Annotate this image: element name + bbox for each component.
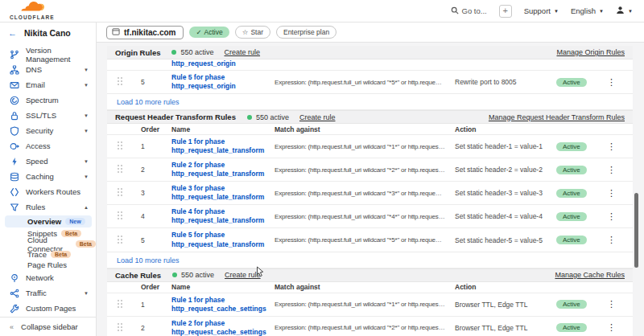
kebab-menu-icon[interactable]: ⋮ — [598, 299, 625, 309]
rule-name-link[interactable]: Rule 1 for phasehttp_request_late_transf… — [171, 137, 275, 155]
sidebar-item-speed[interactable]: Speed ▼ — [0, 154, 96, 169]
manage-origin-rules-link[interactable]: Manage Origin Rules — [556, 48, 625, 56]
sidebar-item-custom-pages[interactable]: Custom Pages — [0, 301, 96, 316]
zone-selector[interactable]: tf.nikitac.com — [106, 26, 184, 39]
rule-action: Set static header-1 = value-1 — [455, 142, 556, 150]
chevron-down-icon: ▼ — [628, 9, 633, 14]
rule-expression: Expression: (http.request.full_uri wildc… — [275, 166, 455, 174]
kebab-menu-icon[interactable]: ⋮ — [598, 322, 625, 333]
account-name: Nikita Cano — [24, 28, 71, 38]
funnel-icon — [10, 203, 19, 212]
sidebar-item-overview[interactable]: Overview New — [5, 215, 92, 227]
cloudflare-logo[interactable]: CLOUDFLARE — [10, 2, 55, 21]
drag-handle[interactable] — [117, 235, 141, 246]
back-arrow-icon[interactable]: ← — [8, 28, 17, 38]
rule-name-link[interactable]: http_request_origin — [171, 59, 275, 68]
collapse-sidebar-button[interactable]: « Collapse sidebar — [0, 317, 96, 336]
status-badge: Active — [556, 236, 587, 244]
column-order: Order — [141, 283, 171, 291]
sidebar-item-page-rules[interactable]: Page Rules — [0, 260, 96, 270]
kebab-menu-icon[interactable]: ⋮ — [598, 211, 625, 222]
kebab-menu-icon[interactable]: ⋮ — [598, 235, 625, 245]
rule-name-link[interactable]: Rule 5 for phasehttp_request_late_transf… — [171, 231, 275, 248]
chevron-down-icon: ▼ — [84, 174, 89, 179]
rule-name-link[interactable]: Rule 4 for phasehttp_request_late_transf… — [171, 207, 275, 225]
rule-name-link[interactable]: Rule 5 for phase http_request_origin — [171, 73, 275, 91]
create-rule-link[interactable]: Create rule — [299, 113, 336, 121]
table-row: 2 Rule 2 for phasehttp_request_cache_set… — [107, 317, 633, 336]
origin-rules-header: Origin Rules 550 active Create rule Mana… — [107, 46, 633, 59]
chevron-down-icon: ▼ — [84, 129, 89, 133]
star-button[interactable]: ☆ Star — [235, 26, 270, 39]
rule-action: Browser TTL, Edge TTL — [455, 324, 556, 332]
chevron-down-icon: ▼ — [84, 291, 89, 296]
goto-label: Go to... — [462, 6, 487, 15]
drag-handle[interactable] — [117, 322, 141, 334]
sidebar-item-dns[interactable]: DNS ▼ — [0, 62, 96, 77]
sidebar-item-spectrum[interactable]: Spectrum — [0, 92, 96, 108]
sidebar-item-access[interactable]: Access — [0, 138, 96, 154]
sidebar-item-caching[interactable]: Caching ▼ — [0, 169, 96, 184]
language-menu[interactable]: English ▼ — [571, 6, 604, 15]
support-menu[interactable]: Support ▼ — [524, 6, 559, 15]
drag-handle[interactable] — [117, 76, 141, 88]
vertical-scrollbar-thumb[interactable] — [634, 193, 638, 268]
drag-handle[interactable] — [117, 187, 141, 199]
chevron-down-icon: ▼ — [84, 159, 89, 164]
user-icon — [616, 6, 625, 16]
rule-name-link[interactable]: Rule 2 for phasehttp_request_cache_setti… — [171, 319, 275, 336]
rule-expression: Expression: (http.request.full_uri wildc… — [275, 301, 455, 308]
manage-cache-rules-link[interactable]: Manage Cache Rules — [555, 271, 625, 279]
top-bar: CLOUDFLARE Go to... + Support ▼ English … — [0, 0, 644, 23]
sidebar-item-workers-routes[interactable]: Workers Routes — [0, 184, 96, 199]
chevron-down-icon: ▼ — [554, 9, 559, 14]
manage-transform-rules-link[interactable]: Manage Request Header Transform Rules — [489, 113, 625, 121]
kebab-menu-icon[interactable]: ⋮ — [598, 188, 625, 199]
status-badge: Active — [556, 212, 587, 221]
shield-icon — [10, 126, 19, 136]
sidebar-item-ssl-tls[interactable]: SSL/TLS ▼ — [0, 108, 96, 123]
sidebar-item-version-management[interactable]: Version Management — [0, 47, 96, 62]
user-menu[interactable]: ▼ — [616, 6, 633, 16]
create-rule-link[interactable]: Create rule — [225, 48, 261, 56]
rule-expression: Expression: (http.request.full_uri wildc… — [275, 79, 455, 86]
table-row: 4 Rule 4 for phasehttp_request_late_tran… — [107, 205, 633, 228]
sidebar-item-rules[interactable]: Rules ▲ — [0, 199, 96, 215]
status-badge: Active — [556, 78, 587, 87]
drag-handle[interactable] — [117, 164, 141, 175]
sidebar-item-security[interactable]: Security ▼ — [0, 123, 96, 138]
add-button[interactable]: + — [499, 5, 512, 18]
status-badge: Active — [556, 189, 587, 198]
active-count-dot — [172, 272, 177, 277]
mouse-cursor — [256, 266, 265, 281]
sidebar-item-email[interactable]: Email ▼ — [0, 77, 96, 92]
chevron-down-icon: ▼ — [84, 83, 89, 88]
rule-action: Set static header-5 = value-5 — [455, 236, 556, 244]
database-icon — [10, 172, 19, 182]
sidebar-item-cloud-connector[interactable]: Cloud Connector Beta — [0, 239, 96, 249]
sidebar-item-network[interactable]: Network — [0, 270, 96, 285]
cloudflare-cloud-icon — [20, 2, 44, 14]
sidebar-item-traffic[interactable]: Traffic ▼ — [0, 285, 96, 301]
drag-handle[interactable] — [117, 299, 141, 310]
table-row: 5 Rule 5 for phasehttp_request_late_tran… — [107, 228, 633, 252]
status-badge: Active — [556, 166, 587, 174]
drag-handle[interactable] — [117, 211, 141, 222]
dns-icon — [10, 65, 19, 75]
lightning-icon — [10, 157, 19, 166]
drag-handle[interactable] — [117, 141, 141, 152]
rule-name-link[interactable]: Rule 3 for phasehttp_request_late_transf… — [171, 184, 275, 202]
create-rule-link[interactable]: Create rule — [225, 271, 261, 279]
kebab-menu-icon[interactable]: ⋮ — [598, 165, 625, 175]
chevron-down-icon: ▼ — [84, 113, 89, 118]
zone-domain: tf.nikitac.com — [124, 28, 175, 37]
goto-search[interactable]: Go to... — [451, 6, 487, 16]
load-more-transform-rules[interactable]: Load 10 more rules — [107, 252, 633, 268]
kebab-menu-icon[interactable]: ⋮ — [598, 77, 625, 88]
rule-name-link[interactable]: Rule 1 for phasehttp_request_cache_setti… — [171, 296, 275, 313]
rule-name-link[interactable]: Rule 2 for phasehttp_request_late_transf… — [171, 161, 275, 178]
rule-order: 2 — [141, 324, 171, 332]
load-more-origin-rules[interactable]: Load 10 more rules — [107, 94, 633, 110]
kebab-menu-icon[interactable]: ⋮ — [598, 141, 625, 152]
column-action: Action — [455, 125, 556, 133]
